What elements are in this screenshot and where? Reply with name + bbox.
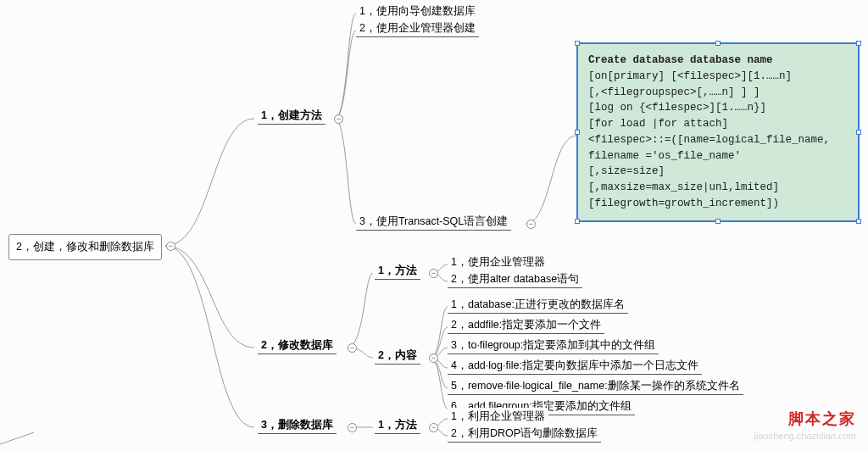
toggle-modify[interactable]: −: [348, 343, 357, 353]
panel-l2: [on[primary] [<filespec>][1.……n]: [588, 69, 848, 85]
panel-l5: [for load |for attach]: [588, 116, 848, 132]
node-delete[interactable]: 3，删除数据库: [258, 416, 337, 434]
panel-l6: <filespec>::=([name=logical_file_name,: [588, 132, 848, 148]
panel-l7: filename ='os_file_name': [588, 148, 848, 164]
panel-l8: [,size=size]: [588, 164, 848, 180]
node-create-c1[interactable]: 1，使用向导创建数据库: [356, 3, 479, 20]
node-content-i4[interactable]: 4，add·log·file:指定要向数据库中添加一个日志文件: [448, 357, 702, 375]
node-content-i2[interactable]: 2，addfile:指定要添加一个文件: [448, 316, 604, 334]
node-modify[interactable]: 2，修改数据库: [258, 337, 337, 354]
node-delete-d1[interactable]: 1，利用企业管理器: [448, 408, 548, 426]
sql-panel[interactable]: Create database database name [on[primar…: [576, 42, 860, 222]
toggle-create-c3[interactable]: −: [526, 220, 536, 229]
panel-l1: Create database database name: [588, 53, 848, 69]
node-modify-content[interactable]: 2，内容: [375, 347, 420, 365]
toggle-modify-content[interactable]: −: [429, 354, 438, 363]
node-create[interactable]: 1，创建方法: [258, 107, 326, 125]
toggle-create[interactable]: −: [334, 114, 343, 124]
toggle-root[interactable]: −: [166, 242, 175, 251]
panel-l4: [log on {<filespec>][1.……n}]: [588, 100, 848, 116]
panel-l3: [,<filegroupspec>[,……n] ] ]: [588, 85, 848, 101]
node-delete-d2[interactable]: 2，利用DROP语句删除数据库: [448, 425, 601, 443]
node-modify-m2[interactable]: 2，使用alter database语句: [448, 270, 582, 288]
toggle-modify-method[interactable]: −: [429, 269, 438, 278]
node-content-i3[interactable]: 3，to·filegroup:指定要添加到其中的文件组: [448, 337, 659, 354]
node-delete-method[interactable]: 1，方法: [375, 416, 420, 434]
panel-l10: [filegrowth=growth_increment]): [588, 196, 848, 212]
toggle-delete-method[interactable]: −: [429, 423, 438, 432]
root-label: 2，创建，修改和删除数据库: [16, 241, 154, 253]
node-create-c2[interactable]: 2，使用企业管理器创建: [356, 19, 479, 37]
node-content-i5[interactable]: 5，remove·file·logical_file_name:删除某一操作的系…: [448, 377, 743, 395]
node-create-c3[interactable]: 3，使用Transact-SQL语言创建: [356, 213, 511, 231]
toggle-delete[interactable]: −: [348, 423, 357, 432]
node-create-c3-label: 3，使用Transact-SQL语言创建: [359, 215, 508, 227]
panel-l9: [,maxsize=max_size|unl,lmited]: [588, 180, 848, 196]
watermark-sub: jiaocheng.chazidian.com: [754, 431, 856, 441]
node-content-i1[interactable]: 1，database:正进行更改的数据库名: [448, 296, 628, 314]
root-node[interactable]: 2，创建，修改和删除数据库: [8, 234, 162, 260]
node-modify-m1[interactable]: 1，使用企业管理器: [448, 253, 548, 271]
node-modify-method[interactable]: 1，方法: [375, 262, 420, 280]
watermark-main: 脚本之家: [788, 409, 856, 429]
